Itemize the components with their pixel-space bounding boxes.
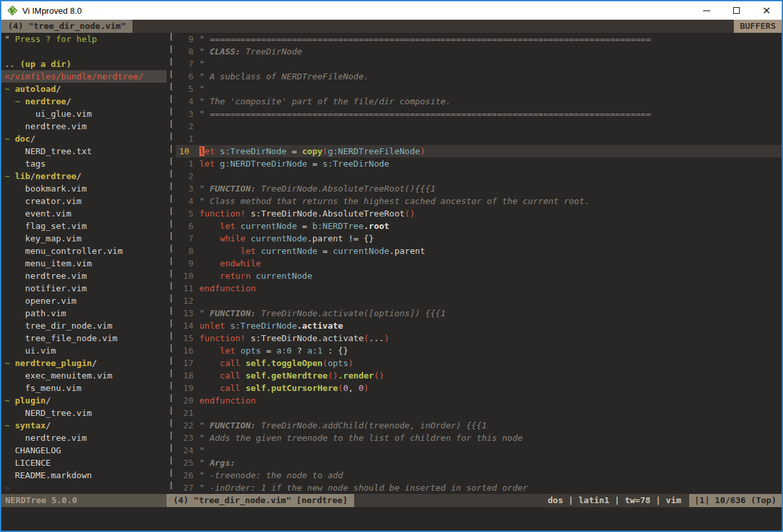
line-text: .. (up a dir) [5, 58, 71, 70]
tree-item[interactable]: event.vim [1, 207, 167, 220]
tree-item[interactable]: nerdtree.vim [1, 270, 167, 282]
code-line[interactable]: 21 [176, 407, 782, 419]
maximize-button[interactable] [721, 1, 752, 20]
code-line[interactable]: 23" Adds the given treenode to the list … [176, 432, 782, 444]
close-button[interactable]: × [752, 1, 782, 20]
tree-item[interactable]: NERD_tree.txt [1, 145, 167, 157]
tree-item[interactable]: ~ doc/ [1, 133, 167, 145]
tree-item[interactable]: ~ lib/nerdtree/ [1, 170, 167, 182]
tree-item[interactable]: ~ plugin/ [1, 394, 167, 407]
line-text: " Class method that returns the highest … [199, 195, 590, 207]
tree-item[interactable]: ~ autoload/ [1, 83, 167, 95]
code-line[interactable]: 24" [176, 444, 782, 457]
line-text: flag_set.vim [5, 220, 87, 232]
code-line[interactable]: 11endfunction [176, 282, 782, 295]
minimize-button[interactable] [691, 1, 721, 20]
tree-item[interactable]: README.markdown [1, 469, 167, 481]
tree-item[interactable]: LICENCE [1, 457, 167, 469]
tree-item[interactable]: tree_dir_node.vim [1, 319, 167, 332]
tree-item[interactable]: opener.vim [1, 295, 167, 307]
code-line[interactable]: 7" [176, 58, 782, 70]
code-line[interactable]: 2 [176, 120, 782, 133]
tree-item[interactable]: menu_controller.vim [1, 245, 167, 257]
tree-item[interactable]: NERD_tree.vim [1, 407, 167, 419]
code-line[interactable]: 16 let opts = a:0 ? a:1 : {} [176, 344, 782, 357]
code-line[interactable]: 7 while currentNode.parent != {} [176, 232, 782, 245]
code-line[interactable]: 6 let currentNode = b:NERDTree.root [176, 220, 782, 232]
code-line[interactable]: 3" FUNCTION: TreeDirNode.AbsoluteTreeRoo… [176, 182, 782, 195]
tree-item[interactable]: nerdtree.vim [1, 432, 167, 444]
code-line[interactable]: 25" Args: [176, 457, 782, 469]
nerdtree-pane[interactable]: " Press ? for help.. (up a dir)</vimfile… [1, 33, 167, 494]
code-line[interactable]: 12 [176, 295, 782, 307]
tree-item[interactable]: tree_file_node.vim [1, 332, 167, 344]
tree-item[interactable]: path.vim [1, 307, 167, 319]
code-line[interactable]: 17 call self.toggleOpen(opts) [176, 357, 782, 369]
tree-item[interactable]: tags [1, 157, 167, 170]
line-text: let opts = a:0 ? a:1 : {} [199, 344, 348, 357]
code-line[interactable]: 15function! s:TreeDirNode.activate(...) [176, 332, 782, 344]
code-line[interactable]: 22" FUNCTION: TreeDirNode.addChild(treen… [176, 419, 782, 432]
tree-item[interactable]: flag_set.vim [1, 220, 167, 232]
line-number: 4 [176, 95, 199, 108]
code-line[interactable]: 9" =====================================… [176, 33, 782, 45]
tree-item[interactable]: ~ syntax/ [1, 419, 167, 432]
nerdtree-statusline: NERDTree 5.0.0 [1, 494, 167, 507]
code-line[interactable]: 27" -inOrder: 1 if the new node should b… [176, 481, 782, 494]
tree-item[interactable]: menu_item.vim [1, 257, 167, 270]
line-text: menu_item.vim [5, 257, 92, 270]
command-line[interactable] [1, 507, 782, 531]
tree-item[interactable]: bookmark.vim [1, 182, 167, 195]
tree-item[interactable]: ~ nerdtree_plugin/ [1, 357, 167, 369]
code-line[interactable]: 20endfunction [176, 394, 782, 407]
code-line[interactable]: 4" Class method that returns the highest… [176, 195, 782, 207]
tree-item[interactable]: nerdtree.vim [1, 120, 167, 133]
code-line[interactable]: 8 let currentNode = currentNode.parent [176, 245, 782, 257]
editor-pane[interactable]: 9" =====================================… [176, 33, 782, 494]
tree-item[interactable]: .. (up a dir) [1, 58, 167, 70]
tree-item[interactable]: exec_menuitem.vim [1, 369, 167, 382]
code-line[interactable]: 26" -treenode: the node to add [176, 469, 782, 481]
code-line[interactable]: 2 [176, 170, 782, 182]
window-separator[interactable] [167, 33, 176, 494]
tree-item[interactable]: ~ [1, 481, 167, 494]
code-line[interactable]: 1 [176, 133, 782, 145]
code-line[interactable]: 13" FUNCTION: TreeDirNode.activate([opti… [176, 307, 782, 319]
line-text: " A subclass of NERDTreeFileNode. [199, 70, 369, 83]
tree-item[interactable] [1, 45, 167, 58]
line-text: event.vim [5, 207, 71, 220]
tree-item[interactable]: key_map.vim [1, 232, 167, 245]
tree-item[interactable]: fs_menu.vim [1, 382, 167, 394]
code-line[interactable]: 18 call self.getNerdtree().render() [176, 369, 782, 382]
line-number: 8 [176, 245, 199, 257]
line-number: 16 [176, 344, 199, 357]
code-line[interactable]: 4" The 'composite' part of the file/dir … [176, 95, 782, 108]
code-line[interactable]: 10let s:TreeDirNode = copy(g:NERDTreeFil… [176, 145, 782, 157]
code-line[interactable]: 1let g:NERDTreeDirNode = s:TreeDirNode [176, 157, 782, 170]
code-line[interactable]: 8" CLASS: TreeDirNode [176, 45, 782, 58]
tab-tree-dir-node[interactable]: (4) "tree_dir_node.vim" [1, 20, 132, 33]
code-line[interactable]: 3" =====================================… [176, 108, 782, 120]
code-line[interactable]: 9 endwhile [176, 257, 782, 270]
tree-item[interactable]: ~ nerdtree/ [1, 95, 167, 108]
tree-item[interactable]: CHANGELOG [1, 444, 167, 457]
code-line[interactable]: 5" [176, 83, 782, 95]
code-line[interactable]: 19 call self.putCursorHere(0, 0) [176, 382, 782, 394]
line-number: 27 [176, 481, 199, 494]
code-line[interactable]: 5function! s:TreeDirNode.AbsoluteTreeRoo… [176, 207, 782, 220]
tree-item[interactable]: ui.vim [1, 344, 167, 357]
code-line[interactable]: 6" A subclass of NERDTreeFileNode. [176, 70, 782, 83]
tree-item[interactable]: </vimfiles/bundle/nerdtree/ [1, 70, 167, 83]
tree-item[interactable]: ui_glue.vim [1, 108, 167, 120]
code-line[interactable]: 10 return currentNode [176, 270, 782, 282]
line-text: " [199, 83, 205, 95]
tree-item[interactable]: creator.vim [1, 195, 167, 207]
code-line[interactable]: 14unlet s:TreeDirNode.activate [176, 319, 782, 332]
line-number: 15 [176, 332, 199, 344]
line-text: README.markdown [5, 469, 92, 481]
tree-item[interactable]: " Press ? for help [1, 33, 167, 45]
tree-item[interactable]: notifier.vim [1, 282, 167, 295]
line-number: 7 [176, 232, 199, 245]
line-text: nerdtree.vim [5, 270, 87, 282]
line-number: 13 [176, 307, 199, 319]
